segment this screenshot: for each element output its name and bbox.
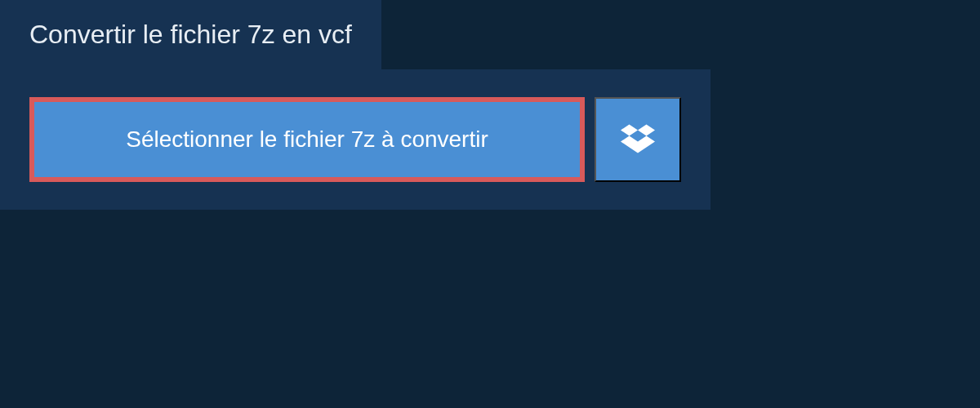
- select-file-button[interactable]: Sélectionner le fichier 7z à convertir: [29, 97, 585, 182]
- dropbox-icon: [621, 122, 655, 158]
- title-tab: Convertir le fichier 7z en vcf: [0, 0, 381, 69]
- page-title: Convertir le fichier 7z en vcf: [29, 20, 352, 49]
- converter-container: Convertir le fichier 7z en vcf Sélection…: [0, 0, 980, 210]
- button-row: Sélectionner le fichier 7z à convertir: [29, 97, 681, 182]
- action-panel: Sélectionner le fichier 7z à convertir: [0, 69, 710, 210]
- dropbox-button[interactable]: [595, 97, 681, 182]
- select-file-label: Sélectionner le fichier 7z à convertir: [126, 126, 488, 153]
